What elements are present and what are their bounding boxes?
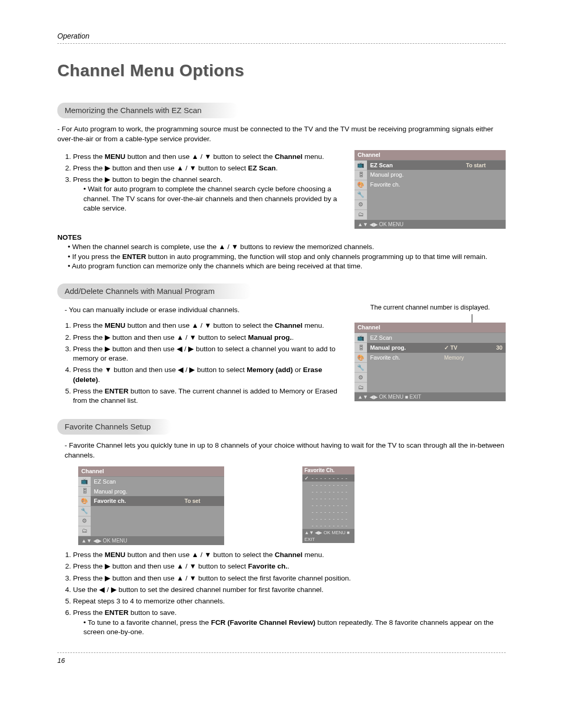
section-heading-ezscan: Memorizing the Channels with EZ Scan bbox=[57, 103, 238, 118]
osd-caption: The current channel number is displayed. bbox=[354, 303, 506, 312]
osd-row-label: Favorite ch. bbox=[367, 180, 463, 190]
page-footer: 16 bbox=[57, 652, 506, 665]
osd-row-label: Favorite ch. bbox=[367, 353, 441, 363]
page-header: Operation bbox=[57, 31, 506, 44]
fav-footer: ▲▼ ◀▶ OK MENU ■ EXIT bbox=[302, 529, 354, 542]
caption-arrow-icon bbox=[472, 314, 472, 323]
sec1-step3: Press the ▶ button to begin the channel … bbox=[73, 175, 344, 213]
osd-icon-col: 📺 🎛 🎨 🔧 ⚙ 🗂 bbox=[354, 333, 367, 392]
osd-row-label: EZ Scan bbox=[367, 333, 441, 343]
notes-label: NOTES bbox=[57, 233, 506, 242]
sec3-step1: Press the MENU button and then use ▲ / ▼… bbox=[73, 550, 506, 560]
osd-row-value bbox=[441, 333, 484, 343]
osd-icon: 🎛 bbox=[78, 487, 91, 497]
osd-title: Channel bbox=[354, 323, 506, 333]
fav-slot: - - - - - - - - - bbox=[312, 522, 352, 529]
osd-row-value: To set bbox=[181, 496, 224, 506]
fav-row: - - - - - - - - - bbox=[302, 502, 354, 509]
sec1-step2: Press the ▶ button and then use ▲ / ▼ bu… bbox=[73, 164, 344, 173]
osd-row-label: Manual prog. bbox=[367, 170, 463, 180]
fav-slot: - - - - - - - - - bbox=[312, 475, 352, 482]
fav-slot: - - - - - - - - - bbox=[312, 515, 352, 523]
osd-icon: 🎛 bbox=[354, 170, 367, 180]
osd-icon: 🎨 bbox=[78, 497, 91, 507]
osd-row-value: Memory bbox=[441, 353, 484, 363]
osd-row-extra bbox=[484, 353, 506, 363]
sec1-step1: Press the MENU button and then use ▲ / ▼… bbox=[73, 152, 344, 162]
osd-ezscan: Channel 📺 🎛 🎨 🔧 ⚙ 🗂 EZ ScanTo start Manu… bbox=[354, 150, 506, 229]
fav-slot: - - - - - - - - - bbox=[312, 482, 352, 489]
osd-icon: 🗂 bbox=[78, 526, 91, 536]
osd-row-value bbox=[181, 487, 224, 497]
sec1-steps: Press the MENU button and then use ▲ / ▼… bbox=[57, 152, 344, 213]
osd-icon: 🔧 bbox=[354, 363, 367, 373]
osd-row-value bbox=[463, 170, 506, 180]
fav-slot: - - - - - - - - - bbox=[312, 488, 352, 496]
sec2-step3: Press the ▶ button and then use ◀ / ▶ bu… bbox=[73, 344, 344, 363]
osd-icon: ⚙ bbox=[78, 516, 91, 526]
sec1-note3: Auto program function can memorize only … bbox=[68, 262, 506, 271]
osd-row-value bbox=[463, 180, 506, 190]
osd-row-value bbox=[181, 477, 224, 487]
page-title: Channel Menu Options bbox=[57, 59, 506, 82]
osd-footer: ▲▼ ◀▶ OK MENU bbox=[354, 220, 506, 229]
osd-row-label: Favorite ch. bbox=[91, 496, 181, 506]
osd-row-value: ✓ TV bbox=[441, 343, 484, 353]
osd-row-label: Manual prog. bbox=[91, 487, 181, 497]
sec2-intro: - You can manually include or erase indi… bbox=[57, 305, 344, 315]
sec2-step1: Press the MENU button and then use ▲ / ▼… bbox=[73, 321, 344, 330]
osd-icon: 🎛 bbox=[354, 343, 367, 353]
osd-icon: 📺 bbox=[78, 477, 91, 487]
osd-row-value: To start bbox=[463, 161, 506, 170]
osd-icon: 🎨 bbox=[354, 180, 367, 190]
sec3-steps: Press the MENU button and then use ▲ / ▼… bbox=[57, 550, 506, 637]
section-heading-manual: Add/Delete Channels with Manual Program bbox=[57, 283, 251, 299]
osd-footer: ▲▼ ◀▶ OK MENU bbox=[78, 536, 224, 546]
sec2-step2: Press the ▶ button and then use ▲ / ▼ bu… bbox=[73, 333, 344, 342]
osd-icon: ⚙ bbox=[354, 200, 367, 210]
osd-row-label: Manual prog. bbox=[367, 343, 441, 353]
osd-icon: 🗂 bbox=[354, 382, 367, 392]
osd-row-label: EZ Scan bbox=[367, 161, 463, 170]
osd-icon: 🎨 bbox=[354, 353, 367, 363]
osd-title: Channel bbox=[354, 150, 506, 161]
sec2-step5: Press the ENTER button to save. The curr… bbox=[73, 387, 344, 405]
section-heading-favorite: Favorite Channels Setup bbox=[57, 419, 172, 435]
fav-row: - - - - - - - - - bbox=[302, 482, 354, 488]
sec3-step5: Repeat steps 3 to 4 to memorize other ch… bbox=[73, 597, 506, 606]
osd-manual: Channel 📺 🎛 🎨 🔧 ⚙ 🗂 EZ Scan Manual prog.… bbox=[354, 323, 506, 401]
fav-row: - - - - - - - - - bbox=[302, 515, 354, 522]
osd-title: Channel bbox=[78, 466, 224, 477]
sec1-notes: When the channel search is complete, use… bbox=[57, 242, 506, 271]
fav-row: - - - - - - - - - bbox=[302, 522, 354, 529]
osd-row-extra: 30 bbox=[484, 343, 506, 353]
osd-icon: 🔧 bbox=[354, 190, 367, 200]
osd-row-extra bbox=[484, 333, 506, 343]
sec3-step2: Press the ▶ button and then use ▲ / ▼ bu… bbox=[73, 562, 506, 571]
sec1-intro: - For Auto program to work, the programm… bbox=[57, 125, 506, 143]
fav-row: - - - - - - - - - bbox=[302, 495, 354, 502]
sec1-note1: When the channel search is complete, use… bbox=[68, 242, 506, 252]
fav-slot: - - - - - - - - - bbox=[312, 502, 352, 509]
sec2-step4: Press the ▼ button and then use ◀ / ▶ bu… bbox=[73, 365, 344, 384]
fav-title: Favorite Ch. bbox=[302, 466, 354, 475]
osd-row-label: EZ Scan bbox=[91, 477, 181, 487]
sec2-steps: Press the MENU button and then use ▲ / ▼… bbox=[57, 321, 344, 405]
fav-row: - - - - - - - - - bbox=[302, 509, 354, 515]
osd-favorite: Channel 📺 🎛 🎨 🔧 ⚙ 🗂 EZ Scan Manual prog.… bbox=[78, 466, 224, 545]
sec3-step3: Press the ▶ button and then use ▲ / ▼ bu… bbox=[73, 574, 506, 583]
sec1-note2: If you press the ENTER button in auto pr… bbox=[68, 252, 506, 262]
page-number: 16 bbox=[57, 657, 65, 664]
sec3-step6: Press the ENTER button to save. To tune … bbox=[73, 608, 506, 637]
osd-icon: 🗂 bbox=[354, 210, 367, 220]
sec3-intro: - Favorite Channel lets you quickly tune… bbox=[57, 441, 506, 460]
osd-icon: 🔧 bbox=[78, 507, 91, 516]
sec3-step4: Use the ◀ / ▶ button to set the desired … bbox=[73, 585, 506, 595]
osd-icon-col: 📺 🎛 🎨 🔧 ⚙ 🗂 bbox=[354, 161, 367, 220]
fav-slot: - - - - - - - - - bbox=[312, 509, 352, 516]
fav-slot: - - - - - - - - - bbox=[312, 495, 352, 502]
section-label: Operation bbox=[57, 31, 89, 41]
manual-page: Operation Channel Menu Options Memorizin… bbox=[0, 0, 563, 728]
osd-icon-col: 📺 🎛 🎨 🔧 ⚙ 🗂 bbox=[78, 477, 91, 536]
osd-footer: ▲▼ ◀▶ OK MENU ■ EXIT bbox=[354, 392, 506, 402]
